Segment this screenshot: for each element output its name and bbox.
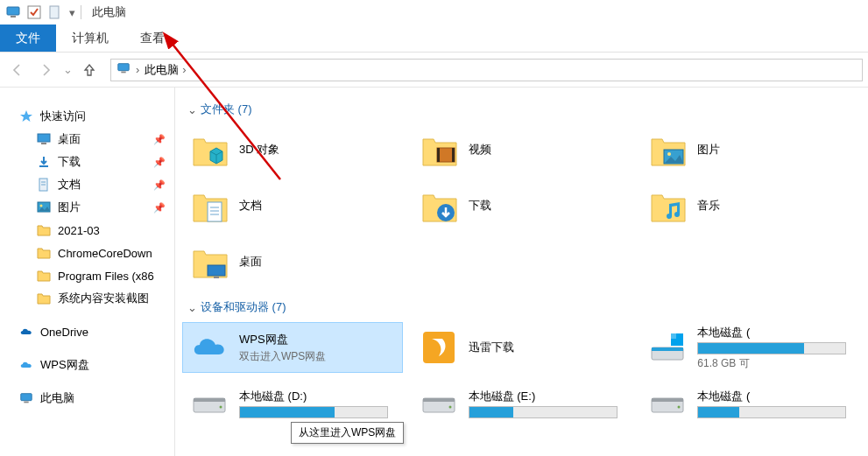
svg-rect-18 [452, 148, 455, 162]
folder-item[interactable]: 音乐 [640, 180, 861, 231]
sidebar-item[interactable]: ChromeCoreDown [0, 242, 174, 264]
checkbox-qat-icon[interactable] [25, 3, 44, 22]
3d-icon [190, 130, 229, 169]
pin-icon: 📌 [153, 157, 166, 168]
this-pc-icon [19, 391, 33, 405]
qat-dropdown-icon[interactable]: ▾ [67, 3, 77, 22]
pin-icon: 📌 [153, 179, 166, 191]
sidebar-item[interactable]: 桌面📌 [0, 128, 174, 151]
wps-label: WPS网盘 [40, 357, 174, 373]
svg-rect-8 [39, 165, 48, 167]
sidebar-this-pc[interactable]: 此电脑 [0, 387, 174, 410]
item-name: 本地磁盘 (E:) [469, 389, 617, 404]
window-title: 此电脑 [92, 4, 126, 20]
address-bar[interactable]: › 此电脑 › [110, 59, 863, 81]
svg-rect-1 [11, 16, 16, 18]
svg-rect-34 [194, 398, 225, 402]
item-name: 本地磁盘 ( [697, 389, 846, 404]
svg-rect-37 [423, 398, 455, 402]
item-name: 本地磁盘 ( [697, 325, 846, 340]
svg-rect-14 [21, 394, 32, 401]
title-bar: ▾ 此电脑 [0, 0, 868, 25]
device-item[interactable]: 本地磁盘 ( [640, 378, 861, 429]
chevron-down-icon: ⌄ [187, 103, 197, 116]
sidebar-item[interactable]: 下载📌 [0, 151, 174, 173]
sidebar-item[interactable]: 系统内容安装截图 [0, 287, 174, 310]
sidebar-wps[interactable]: WPS网盘 [0, 354, 174, 376]
tooltip: 从这里进入WPS网盘 [291, 422, 404, 444]
svg-rect-28 [423, 332, 455, 363]
svg-point-38 [448, 406, 451, 409]
svg-point-41 [678, 406, 681, 409]
this-pc-icon [116, 61, 131, 78]
sidebar-item-label: 文档 [58, 177, 81, 193]
group-header-devices[interactable]: ⌄ 设备和驱动器 (7) [187, 299, 861, 315]
item-name: 文档 [239, 198, 262, 214]
folder-icon [37, 246, 51, 260]
svg-rect-4 [118, 64, 129, 71]
desktop-icon [37, 132, 51, 146]
device-item[interactable]: 迅雷下载 [412, 322, 632, 373]
device-item[interactable]: 本地磁盘 (E:) [412, 378, 632, 429]
sidebar-item[interactable]: Program Files (x86 [0, 264, 174, 287]
chevron-right-icon[interactable]: › [182, 63, 186, 76]
downloads-icon [37, 155, 51, 169]
qat-item-icon[interactable] [46, 3, 65, 22]
sidebar-item-label: 系统内容安装截图 [58, 291, 149, 306]
svg-rect-30 [652, 347, 683, 351]
folder-item[interactable]: 3D 对象 [182, 124, 403, 175]
sidebar-item[interactable]: 图片📌 [0, 196, 174, 219]
star-icon [19, 109, 33, 123]
pictures-icon [37, 200, 51, 214]
group-header-label: 文件夹 (7) [201, 102, 252, 117]
item-subtitle: 双击进入WPS网盘 [239, 349, 326, 364]
content-pane: ⌄ 文件夹 (7) 3D 对象视频图片文档下载音乐桌面 ⌄ 设备和驱动器 (7)… [175, 88, 868, 456]
drive-icon [420, 384, 458, 423]
folder-icon [37, 269, 51, 283]
documents-icon [190, 186, 229, 225]
item-name: 图片 [697, 142, 720, 158]
breadcrumb-crumb[interactable]: 此电脑 › [145, 62, 186, 78]
device-item[interactable]: WPS网盘双击进入WPS网盘 [182, 322, 403, 373]
tab-file[interactable]: 文件 [0, 25, 56, 52]
this-pc-icon[interactable] [4, 3, 23, 22]
folder-item[interactable]: 视频 [412, 124, 632, 175]
group-header-folders[interactable]: ⌄ 文件夹 (7) [187, 102, 861, 117]
sidebar-item[interactable]: 文档📌 [0, 173, 174, 196]
recent-dropdown[interactable]: ⌄ [61, 58, 74, 82]
tab-view[interactable]: 查看 [124, 25, 180, 52]
pin-icon: 📌 [153, 202, 166, 214]
sidebar-onedrive[interactable]: OneDrive [0, 320, 174, 343]
item-name: 视频 [469, 142, 491, 158]
folder-item[interactable]: 文档 [182, 180, 403, 231]
item-subline: 61.8 GB 可 [697, 356, 846, 371]
sidebar-item[interactable]: 2021-03 [0, 219, 174, 242]
svg-rect-32 [671, 333, 676, 339]
quick-access-label: 快速访问 [40, 109, 174, 124]
chevron-right-icon[interactable]: › [136, 63, 139, 76]
folder-item[interactable]: 桌面 [182, 236, 403, 287]
storage-bar [469, 406, 617, 418]
device-item[interactable]: 本地磁盘 (61.8 GB 可 [640, 322, 861, 373]
sidebar-item-label: 桌面 [58, 131, 81, 147]
xunlei-icon [420, 328, 458, 367]
pin-icon: 📌 [153, 134, 166, 145]
up-button[interactable] [77, 58, 102, 82]
svg-point-35 [220, 406, 222, 409]
folder-item[interactable]: 下载 [412, 180, 632, 231]
body: 快速访问 桌面📌下载📌文档📌图片📌2021-03ChromeCoreDownPr… [0, 88, 868, 456]
back-button[interactable] [5, 58, 30, 82]
sidebar-item-label: 下载 [58, 154, 81, 170]
onedrive-icon [19, 325, 33, 339]
navigation-pane: 快速访问 桌面📌下载📌文档📌图片📌2021-03ChromeCoreDownPr… [0, 88, 175, 456]
svg-rect-7 [41, 143, 46, 144]
svg-rect-21 [208, 202, 222, 221]
onedrive-label: OneDrive [40, 326, 174, 339]
folder-item[interactable]: 图片 [640, 124, 861, 175]
tab-computer[interactable]: 计算机 [56, 25, 124, 52]
forward-button[interactable] [33, 58, 58, 82]
item-name: 下载 [469, 198, 491, 214]
sidebar-item-label: 2021-03 [58, 224, 100, 237]
sidebar-quick-access[interactable]: 快速访问 [0, 105, 174, 128]
group-header-label: 设备和驱动器 (7) [201, 299, 286, 315]
